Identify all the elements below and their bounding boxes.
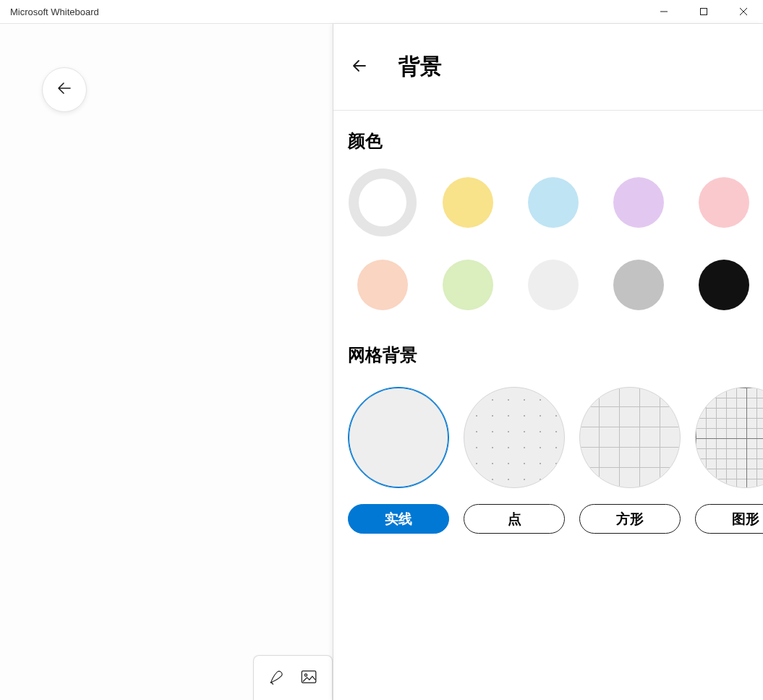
grid-label-square[interactable]: 方形 <box>579 504 681 534</box>
close-button[interactable] <box>723 0 763 23</box>
panel-content: 颜色 网格背景 实线 点 方形 <box>333 111 763 700</box>
grid-preview-shape <box>695 387 763 488</box>
grid-option-solid[interactable]: 实线 <box>348 387 449 534</box>
color-swatch-pink[interactable] <box>699 177 749 228</box>
grid-label-shape[interactable]: 图形 <box>695 504 763 534</box>
grid-option-square[interactable]: 方形 <box>579 387 681 534</box>
minimize-button[interactable] <box>644 0 683 23</box>
grid-options: 实线 点 方形 图形 <box>348 387 763 534</box>
color-swatch-lightgray[interactable] <box>528 260 579 310</box>
panel-back-button[interactable] <box>348 56 371 79</box>
grid-label-solid[interactable]: 实线 <box>348 504 449 534</box>
svg-rect-1 <box>700 9 707 15</box>
grid-option-dot[interactable]: 点 <box>464 387 565 534</box>
color-swatch-peach[interactable] <box>357 260 408 310</box>
color-section-title: 颜色 <box>348 129 763 153</box>
svg-line-2 <box>740 8 747 15</box>
caption-buttons <box>644 0 763 23</box>
grid-preview-solid <box>348 387 449 488</box>
grid-preview-square <box>579 387 681 488</box>
svg-line-3 <box>740 8 747 15</box>
grid-label-dot[interactable]: 点 <box>464 504 565 534</box>
grid-section-title: 网格背景 <box>348 343 763 367</box>
svg-point-5 <box>304 673 307 675</box>
image-icon <box>299 667 318 689</box>
color-swatch-yellow[interactable] <box>443 177 493 228</box>
bottom-toolbar <box>253 655 333 700</box>
grid-option-shape[interactable]: 图形 <box>695 387 763 534</box>
arrow-left-icon <box>56 80 73 100</box>
arrow-left-icon <box>351 57 368 77</box>
grid-preview-dot <box>464 387 565 488</box>
panel-title: 背景 <box>398 52 442 82</box>
pen-icon <box>268 667 286 689</box>
pen-tool-button[interactable] <box>264 665 290 691</box>
color-swatch-gray[interactable] <box>613 260 664 310</box>
color-swatch-blue[interactable] <box>528 177 579 228</box>
background-panel: 背景 颜色 网格背景 实线 点 <box>333 24 763 700</box>
title-bar: Microsoft Whiteboard <box>0 0 763 24</box>
color-swatch-black[interactable] <box>699 260 749 310</box>
back-button[interactable] <box>42 67 87 112</box>
color-swatch-white[interactable] <box>349 168 417 236</box>
color-swatch-purple[interactable] <box>613 177 664 228</box>
image-tool-button[interactable] <box>296 665 322 691</box>
color-swatch-green[interactable] <box>443 260 493 310</box>
panel-header: 背景 <box>333 24 763 111</box>
maximize-button[interactable] <box>683 0 723 23</box>
window-title: Microsoft Whiteboard <box>10 7 99 17</box>
color-grid <box>348 177 763 310</box>
